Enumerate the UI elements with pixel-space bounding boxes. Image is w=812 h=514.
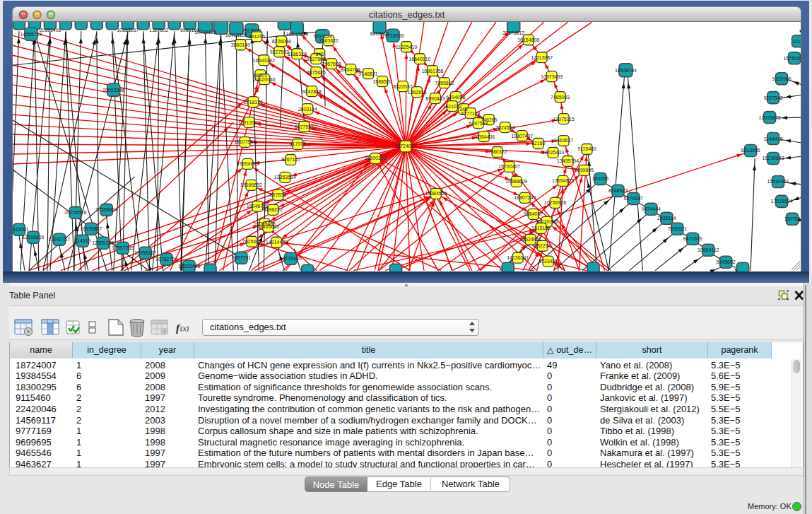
svg-text:14136141: 14136141 [507, 255, 529, 260]
svg-text:12505195: 12505195 [92, 240, 114, 245]
svg-text:2967608: 2967608 [322, 62, 341, 66]
svg-text:7485003: 7485003 [551, 95, 570, 100]
svg-text:116753: 116753 [784, 216, 801, 221]
svg-text:10958167: 10958167 [134, 250, 156, 255]
svg-text:9242848: 9242848 [302, 89, 322, 94]
svg-text:114519: 114519 [74, 238, 90, 243]
svg-text:19166852: 19166852 [240, 182, 262, 187]
svg-text:546: 546 [315, 52, 324, 57]
svg-text:16543382: 16543382 [253, 58, 275, 63]
svg-text:3875685: 3875685 [307, 70, 326, 75]
svg-text:10973493: 10973493 [541, 74, 563, 79]
svg-text:17016504: 17016504 [771, 199, 793, 204]
svg-text:9084067: 9084067 [524, 211, 543, 216]
svg-text:6794028: 6794028 [446, 95, 465, 100]
svg-text:9777169: 9777169 [461, 111, 480, 116]
svg-text:9699695: 9699695 [575, 168, 594, 173]
svg-text:18807249: 18807249 [514, 195, 536, 200]
svg-text:19654983: 19654983 [237, 161, 259, 166]
svg-text:9245652: 9245652 [717, 259, 736, 264]
svg-text:12093872: 12093872 [759, 115, 781, 120]
svg-text:9327508: 9327508 [307, 57, 326, 62]
svg-text:12023446: 12023446 [178, 264, 200, 269]
svg-text:1244415: 1244415 [763, 136, 782, 141]
svg-text:1733426: 1733426 [539, 259, 558, 264]
svg-text:20053346: 20053346 [102, 88, 124, 93]
svg-text:10807487: 10807487 [511, 134, 533, 139]
svg-text:9329966: 9329966 [772, 76, 791, 81]
svg-text:8498222: 8498222 [264, 207, 283, 212]
svg-text:12353594: 12353594 [274, 175, 296, 180]
svg-text:16548784: 16548784 [615, 68, 637, 73]
svg-text:19384554: 19384554 [425, 191, 447, 196]
svg-text:16154808: 16154808 [517, 37, 539, 42]
svg-text:8322037: 8322037 [393, 84, 412, 89]
svg-text:15720407: 15720407 [498, 164, 520, 169]
svg-text:3915001: 3915001 [12, 227, 29, 232]
svg-text:7625402: 7625402 [242, 239, 261, 244]
svg-text:62160: 62160 [531, 141, 546, 146]
svg-text:14055724: 14055724 [20, 32, 42, 37]
svg-text:20364436: 20364436 [473, 134, 495, 139]
svg-text:8938923: 8938923 [608, 188, 628, 193]
svg-text:16120746: 16120746 [536, 219, 558, 224]
svg-text:17359924: 17359924 [95, 207, 117, 212]
svg-text:891295: 891295 [249, 34, 265, 39]
svg-text:12975115: 12975115 [553, 117, 575, 122]
svg-text:2803144: 2803144 [298, 107, 317, 112]
svg-text:11325419: 11325419 [396, 45, 418, 49]
svg-text:12213383: 12213383 [238, 120, 260, 125]
svg-text:9327503: 9327503 [270, 49, 289, 54]
svg-text:20206576: 20206576 [64, 210, 86, 215]
svg-text:7986322: 7986322 [488, 149, 507, 154]
svg-text:8213955: 8213955 [741, 148, 760, 153]
svg-text:16713155: 16713155 [225, 33, 247, 37]
svg-text:7955812: 7955812 [435, 81, 454, 86]
svg-text:16210643: 16210643 [763, 156, 784, 160]
svg-text:3624554: 3624554 [495, 125, 514, 130]
svg-text:10975867: 10975867 [80, 226, 102, 231]
svg-text:164095: 164095 [592, 176, 608, 181]
svg-text:10782759: 10782759 [155, 257, 177, 262]
svg-text:1327602: 1327602 [149, 28, 168, 33]
svg-text:1615152: 1615152 [531, 226, 551, 230]
svg-text:852234: 852234 [534, 243, 551, 248]
svg-text:1588520: 1588520 [372, 79, 392, 84]
svg-text:14914479: 14914479 [266, 240, 288, 245]
svg-text:6479197: 6479197 [624, 196, 643, 201]
svg-text:16961758: 16961758 [421, 69, 443, 74]
svg-text:857833: 857833 [270, 192, 286, 197]
svg-text:6497568: 6497568 [469, 121, 488, 126]
svg-text:13524851: 13524851 [519, 237, 541, 242]
svg-text:8471676: 8471676 [683, 236, 702, 241]
svg-text:2935114: 2935114 [657, 216, 676, 221]
svg-text:8454749: 8454749 [341, 67, 360, 72]
svg-text:1112: 1112 [793, 39, 801, 44]
svg-text:20691406: 20691406 [39, 28, 61, 33]
svg-text:12156829: 12156829 [22, 235, 44, 240]
svg-text:2718176: 2718176 [244, 100, 263, 105]
svg-text:12242757: 12242757 [48, 237, 70, 242]
svg-text:16107554: 16107554 [234, 140, 256, 145]
svg-text:9474444: 9474444 [642, 206, 661, 211]
svg-text:8267110: 8267110 [281, 157, 300, 162]
svg-text:8427552: 8427552 [295, 124, 314, 129]
svg-text:7515526: 7515526 [242, 28, 261, 33]
svg-text:8186328: 8186328 [288, 52, 307, 57]
svg-text:9146821: 9146821 [359, 71, 378, 76]
svg-text:7663822: 7663822 [319, 38, 339, 43]
svg-text:417006: 417006 [290, 142, 306, 147]
svg-text:13495794: 13495794 [557, 158, 579, 163]
svg-text:17957255: 17957255 [112, 245, 134, 250]
svg-text:12213967: 12213967 [531, 55, 553, 60]
svg-text:15692951: 15692951 [767, 179, 789, 184]
svg-text:8226058: 8226058 [272, 39, 291, 44]
svg-text:15751074: 15751074 [784, 56, 801, 61]
svg-text:9227342: 9227342 [763, 95, 782, 100]
svg-text:9115460: 9115460 [577, 146, 596, 151]
svg-text:10688609: 10688609 [505, 179, 527, 184]
svg-text:25300203: 25300203 [365, 156, 387, 160]
svg-text:1362615: 1362615 [407, 90, 426, 95]
svg-text:7832621: 7832621 [668, 226, 687, 231]
svg-text:9463627: 9463627 [554, 139, 573, 144]
